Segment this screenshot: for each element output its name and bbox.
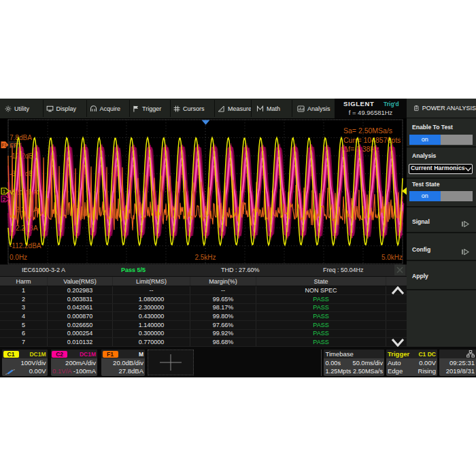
svg-text:2.5kHz: 2.5kHz (194, 254, 216, 261)
svg-text:7.8dBA: 7.8dBA (10, 134, 32, 141)
svg-text:5.0kHz: 5.0kHz (381, 254, 403, 261)
svg-text:V: V (10, 189, 14, 196)
svg-text:Sa= 2.50MSa/s: Sa= 2.50MSa/s (343, 126, 392, 135)
svg-text:1: 1 (3, 189, 5, 194)
svg-text:2: 2 (3, 197, 5, 202)
svg-text:F1: F1 (2, 143, 7, 148)
svg-text:0.0Hz: 0.0Hz (10, 254, 27, 261)
